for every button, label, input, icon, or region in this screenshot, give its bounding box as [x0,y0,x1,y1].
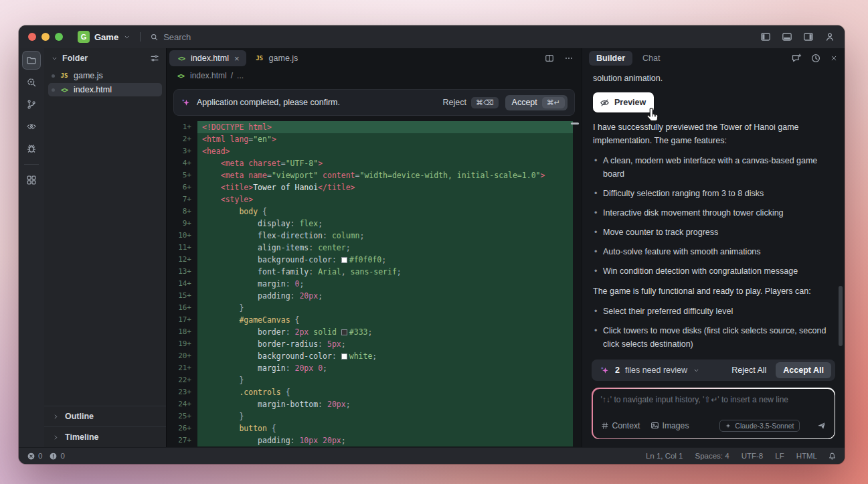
code-line-content: align-items: center; [197,242,573,254]
chevron-down-icon[interactable] [693,367,700,374]
file-name: index.html [74,85,112,94]
model-label: Claude-3.5-Sonnet [735,422,794,430]
line-number: 17+ [167,314,197,326]
window-controls [28,33,63,41]
accept-button[interactable]: Accept ⌘↵ [505,95,568,110]
composer: '↑↓' to navigate input history, '⇧↵' to … [592,388,835,439]
sidebar-section-outline[interactable]: Outline [44,406,166,426]
code-line: 13+ font-family: Arial, sans-serif; [167,266,582,278]
search-project-icon [26,77,37,88]
activity-item-extensions[interactable] [23,171,40,189]
model-selector[interactable]: Claude-3.5-Sonnet [719,420,799,432]
tab-label: game.js [269,54,298,63]
close-panel-icon[interactable] [830,54,838,62]
history-icon[interactable] [810,53,821,64]
js-file-icon: JS [254,55,265,62]
filter-icon[interactable] [150,54,159,63]
line-number: 21+ [167,362,197,374]
code-line-content: <!DOCTYPE html> [197,121,573,133]
panel-tab-builder[interactable]: Builder [589,51,632,66]
sidebar-section-timeline[interactable]: Timeline [44,426,166,447]
line-number: 23+ [167,386,197,398]
problems-indicator[interactable]: 00 [27,452,72,461]
panel-right-icon[interactable] [803,31,814,42]
code-line: 12+ background-color: #f0f0f0; [167,254,582,266]
editor-scrollbar[interactable] [571,123,579,125]
notifications-bell-icon[interactable] [828,452,837,461]
status-item[interactable]: HTML [796,452,817,460]
code-line: 6+ <title>Tower of Hanoi</title> [167,181,582,193]
line-number: 22+ [167,374,197,386]
reject-all-button[interactable]: Reject All [726,362,772,378]
code-line: 1+<!DOCTYPE html> [167,121,582,133]
code-line-content: display: flex; [197,218,573,230]
panel-left-icon[interactable] [760,31,771,42]
breadcrumb[interactable]: <> index.html / ... [167,68,582,83]
titlebar-panel-toggles [760,31,835,42]
preview-button[interactable]: Preview [593,92,654,112]
code-line-content: button { [197,422,573,434]
close-window-button[interactable] [28,33,36,41]
code-line-content: padding: 20px; [197,290,573,302]
status-item[interactable]: Spaces: 4 [695,452,729,460]
new-thread-icon[interactable] [791,53,802,64]
breadcrumb-separator: / [231,71,233,80]
code-line-content: <title>Tower of Hanoi</title> [197,181,573,193]
activity-item-debug[interactable] [23,140,40,157]
status-item[interactable]: UTF-8 [742,452,764,460]
code-line: 8+ body { [167,206,582,218]
editor-tab-bar: <>index.html×JSgame.js [167,48,582,68]
project-switcher[interactable]: G Game [78,31,131,43]
code-line: 3+<head> [167,145,582,157]
panel-bottom-icon[interactable] [782,31,792,42]
global-search[interactable]: Search [150,32,191,42]
images-button[interactable]: Images [650,421,689,430]
activity-item-inspect[interactable] [23,118,40,135]
assistant-bullet-list: A clean, modern web interface with a can… [593,154,834,278]
html-file-icon: <> [59,86,70,94]
assistant-bullet-list: Select their preferred difficulty levelC… [593,305,834,354]
problem-warning-circle[interactable]: 0 [49,452,64,461]
code-line: 23+ .controls { [167,386,582,398]
code-line-content: } [197,410,573,422]
composer-input[interactable]: '↑↓' to navigate input history, '⇧↵' to … [601,395,827,404]
line-number: 25+ [167,410,197,422]
code-line: 22+ } [167,374,582,386]
split-editor-icon[interactable] [545,54,554,63]
accept-all-button[interactable]: Accept All [776,362,831,378]
context-button[interactable]: Context [601,421,640,430]
minimize-window-button[interactable] [41,33,50,41]
problem-error-circle[interactable]: 0 [27,452,42,461]
status-item[interactable]: Ln 1, Col 1 [646,452,683,460]
status-item[interactable]: LF [775,452,784,460]
warning-circle-icon [49,452,58,461]
color-swatch [341,329,347,335]
activity-item-search[interactable] [23,74,40,91]
more-actions-icon[interactable] [564,54,574,63]
close-tab-icon[interactable]: × [234,54,240,63]
line-number: 7+ [167,193,197,206]
code-line: 7+ <style> [167,193,582,206]
activity-item-source-control[interactable] [23,96,40,113]
reject-button[interactable]: Reject ⌘⌫ [443,97,499,108]
code-line: 17+ #gameCanvas { [167,314,582,326]
app-window: G Game Search Folder JSgame.js<>index.ht… [19,25,845,464]
sidebar-header[interactable]: Folder [44,48,166,68]
code-line-content: <style> [197,193,573,206]
person-icon[interactable] [824,31,835,42]
activity-item-files[interactable] [23,52,40,69]
zoom-window-button[interactable] [55,33,63,41]
code-editor[interactable]: 1+<!DOCTYPE html>2+<html lang="en">3+<he… [167,121,582,447]
tab-index.html[interactable]: <>index.html× [169,50,246,66]
tab-game.js[interactable]: JSgame.js [248,50,305,66]
send-icon[interactable] [816,420,827,430]
list-item: Win condition detection with congratulat… [593,264,834,278]
confirmation-banner: Application completed, please confirm. R… [173,89,575,116]
panel-scrollbar[interactable] [839,286,843,346]
file-item-index.html[interactable]: <>index.html [48,83,162,96]
panel-tab-chat[interactable]: Chat [635,51,667,66]
mouse-cursor-pointer [644,106,662,124]
unsaved-dot [52,74,55,78]
file-item-game.js[interactable]: JSgame.js [48,69,162,82]
code-line: 18+ border: 2px solid #333; [167,326,582,338]
